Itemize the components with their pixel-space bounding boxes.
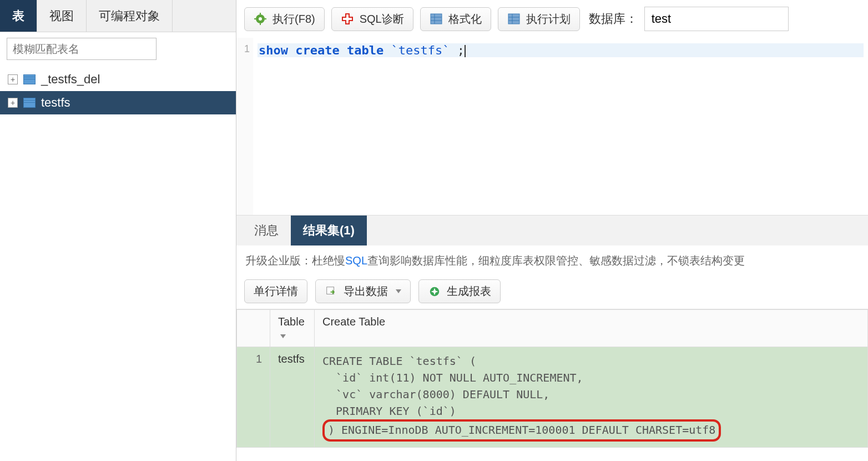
table-icon (23, 98, 36, 108)
table-icon (23, 74, 36, 84)
svg-rect-4 (254, 18, 256, 19)
tree-item[interactable]: + _testfs_del (0, 68, 236, 91)
expand-icon[interactable]: + (8, 98, 18, 108)
highlight-box: ) ENGINE=InnoDB AUTO_INCREMENT=100001 DE… (322, 419, 721, 442)
code-area[interactable]: show create table `testfs` ; (253, 38, 868, 215)
promo-banner: 升级企业版：杜绝慢SQL查询影响数据库性能，细粒度库表权限管控、敏感数据过滤，不… (236, 245, 868, 276)
svg-rect-10 (508, 14, 519, 24)
cell-table: testfs (270, 347, 315, 448)
detail-button[interactable]: 单行详情 (244, 279, 307, 303)
search-box (7, 38, 229, 60)
gear-icon (254, 12, 267, 26)
report-button[interactable]: 生成报表 (418, 279, 501, 303)
left-panel: 表 视图 可编程对象 + _testfs_del + testfs (0, 0, 236, 461)
format-button[interactable]: 格式化 (420, 7, 491, 31)
plus-icon (341, 12, 354, 26)
grid-icon (507, 12, 521, 26)
cell-create-table: CREATE TABLE `testfs` ( `id` int(11) NOT… (315, 347, 868, 448)
svg-point-1 (259, 17, 262, 21)
tab-tables[interactable]: 表 (0, 0, 37, 32)
promo-link[interactable]: SQL (345, 254, 367, 267)
svg-rect-3 (260, 23, 261, 25)
left-tabs: 表 视图 可编程对象 (0, 0, 236, 32)
tab-resultset[interactable]: 结果集(1) (291, 216, 367, 245)
svg-rect-2 (260, 13, 261, 15)
gutter: 1 (236, 38, 253, 215)
col-rownum[interactable] (237, 310, 270, 347)
tree-item[interactable]: + testfs (0, 91, 236, 114)
database-input[interactable] (644, 7, 789, 31)
expand-icon[interactable]: + (8, 74, 18, 84)
execute-button[interactable]: 执行(F8) (244, 7, 325, 31)
svg-rect-6 (431, 14, 442, 24)
search-input[interactable] (7, 38, 157, 60)
toolbar: 执行(F8) SQL诊断 格式化 执行计划 数据库： (236, 0, 868, 38)
export-icon (325, 285, 338, 298)
svg-rect-5 (264, 18, 266, 19)
tab-programmable[interactable]: 可编程对象 (87, 0, 173, 32)
grid-icon (430, 12, 443, 26)
chevron-down-icon (396, 289, 401, 293)
result-table: Table Create Table 1 testfs CREATE TABLE… (236, 309, 868, 448)
table-row[interactable]: 1 testfs CREATE TABLE `testfs` ( `id` in… (237, 347, 868, 448)
export-button[interactable]: 导出数据 (315, 279, 411, 303)
sparkle-icon (428, 285, 441, 298)
tab-views[interactable]: 视图 (37, 0, 87, 32)
diagnose-button[interactable]: SQL诊断 (331, 7, 413, 31)
col-table[interactable]: Table (270, 310, 315, 347)
row-number: 1 (237, 347, 270, 448)
tree-item-label: _testfs_del (41, 72, 100, 87)
tree-item-label: testfs (41, 96, 70, 110)
database-label: 数据库： (589, 11, 638, 27)
col-createtable[interactable]: Create Table (315, 310, 868, 347)
tab-message[interactable]: 消息 (242, 216, 291, 245)
result-toolbar: 单行详情 导出数据 生成报表 (236, 276, 868, 309)
sql-editor[interactable]: 1 show create table `testfs` ; (236, 38, 868, 216)
result-tabs: 消息 结果集(1) (236, 216, 868, 245)
tree: + _testfs_del + testfs (0, 68, 236, 114)
plan-button[interactable]: 执行计划 (498, 7, 580, 31)
right-panel: 执行(F8) SQL诊断 格式化 执行计划 数据库： (236, 0, 868, 461)
chevron-down-icon (280, 334, 286, 338)
